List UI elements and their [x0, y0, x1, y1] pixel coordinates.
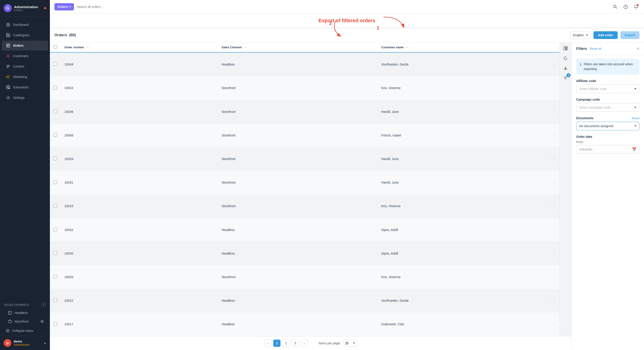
sidebar-item-marketing[interactable]: Marketing [2, 72, 48, 82]
sidebar-item-storefront[interactable]: Storefront [2, 317, 48, 326]
column-chooser-button[interactable] [562, 44, 570, 52]
orders-header: Orders (60) English Add order Export [50, 28, 644, 42]
headless-label: Headless [14, 311, 28, 315]
notifications-button[interactable] [633, 4, 640, 10]
refresh-button[interactable] [562, 54, 570, 62]
per-page-select[interactable]: 25 50 100 [343, 340, 357, 346]
table-filters-container: Order number ⋯ Sales Channel ⋯ Customer … [50, 42, 644, 350]
pagination: ‹ 1 2 3 › Items per page: 25 50 100 [50, 336, 572, 350]
search-button[interactable] [612, 4, 618, 10]
col-actions-header [548, 42, 560, 52]
topbar-icons [612, 4, 640, 10]
row-actions-menu[interactable]: ··· [552, 204, 556, 208]
download-button[interactable] [562, 64, 570, 72]
collapse-label: Collapse menu [12, 329, 33, 332]
customer-name-cell: Hamill, June [378, 171, 548, 194]
collapse-menu[interactable]: Collapse menu [2, 326, 48, 335]
sidebar-item-content[interactable]: Content [2, 62, 48, 72]
help-button[interactable] [622, 4, 629, 10]
sales-channel-cell: Storefront [218, 76, 378, 100]
sidebar-item-settings[interactable]: Settings [2, 93, 48, 103]
reset-all-link[interactable]: Reset all [590, 47, 601, 50]
sales-channel-cell: Storefront [218, 147, 378, 171]
collapse-icon [6, 329, 10, 332]
sales-channel-cell: Storefront [218, 100, 378, 124]
sidebar-item-extensions[interactable]: Extensions [2, 82, 48, 92]
row-actions-menu[interactable]: ··· [552, 322, 556, 326]
row-checkbox[interactable] [54, 180, 57, 184]
row-actions-menu[interactable]: ··· [552, 298, 556, 302]
row-checkbox[interactable] [54, 228, 57, 231]
orders-dropdown-button[interactable]: Orders ▾ [54, 3, 74, 10]
add-sales-channel-button[interactable]: + [41, 302, 46, 307]
row-actions-menu[interactable]: ··· [552, 157, 556, 161]
campaign-code-select[interactable]: Select campaign code... [576, 103, 640, 112]
row-checkbox[interactable] [54, 133, 57, 137]
search-input[interactable] [77, 5, 609, 8]
calendar-icon[interactable]: 📅 [632, 147, 636, 152]
language-selector[interactable]: English [570, 31, 591, 39]
sidebar-item-catalogues[interactable]: Catalogues [2, 30, 48, 40]
row-actions-menu[interactable]: ··· [552, 110, 556, 114]
table-row: 10030 Headless Sipes, Adolf ··· [50, 242, 560, 265]
svg-rect-2 [6, 33, 8, 35]
row-checkbox[interactable] [54, 157, 57, 160]
documents-select[interactable]: No documents assigned [576, 122, 640, 130]
svg-point-24 [626, 8, 626, 8]
table-row: 10022 Headless VonRueden, Gerda ··· [50, 289, 560, 312]
col-menu-sales-channel[interactable]: ⋯ [244, 46, 247, 49]
row-actions-menu[interactable]: ··· [552, 228, 556, 232]
row-actions-menu[interactable]: ··· [552, 62, 556, 66]
row-actions-menu[interactable]: ··· [552, 275, 556, 279]
sidebar-item-dashboard[interactable]: Dashboard [2, 20, 48, 30]
row-checkbox[interactable] [54, 298, 57, 302]
row-checkbox[interactable] [54, 110, 57, 113]
export-banner: 1 Export of filtered orders 2 [50, 14, 644, 28]
export-button[interactable]: Export [620, 31, 640, 39]
row-actions-menu[interactable]: ··· [552, 86, 556, 90]
col-menu-customer-name[interactable]: ⋯ [406, 46, 408, 49]
row-actions-menu[interactable]: ··· [552, 252, 556, 255]
storefront-label: Storefront [14, 320, 28, 323]
page-2-button[interactable]: 2 [282, 340, 290, 347]
svg-point-23 [624, 5, 628, 8]
order-number-cell: 10036 [61, 100, 218, 124]
row-actions-menu[interactable]: ··· [552, 180, 556, 184]
filter-button[interactable]: 1 [562, 74, 570, 82]
page-3-button[interactable]: 3 [292, 340, 299, 347]
order-date-filter: Order date From 📅 [576, 135, 640, 154]
sales-channel-cell: Headless [218, 289, 378, 312]
marketing-icon [6, 74, 10, 79]
next-page-button[interactable]: › [300, 340, 308, 347]
row-checkbox[interactable] [54, 86, 57, 90]
order-number-cell: 10016 [61, 194, 218, 218]
row-checkbox[interactable] [54, 204, 57, 208]
affiliate-code-select[interactable]: Select affiliate code... [576, 84, 640, 93]
sales-channel-cell: Headless [218, 312, 378, 336]
prev-page-button[interactable]: ‹ [264, 340, 272, 347]
row-actions-menu[interactable]: ··· [552, 133, 556, 137]
add-order-button[interactable]: Add order [594, 31, 618, 39]
row-checkbox[interactable] [54, 251, 57, 255]
select-all-checkbox[interactable] [54, 45, 57, 49]
sidebar-item-orders[interactable]: Orders [2, 40, 48, 50]
customer-name-cell: Sipes, Adolf [378, 218, 548, 242]
table-row: 10034 Storefront Hamill, June ··· [50, 147, 560, 171]
row-checkbox[interactable] [54, 275, 57, 278]
arrow-1-icon [381, 16, 408, 30]
row-checkbox[interactable] [54, 322, 57, 326]
sidebar-item-headless[interactable]: Headless [2, 309, 48, 317]
app-title: Administration [14, 5, 38, 9]
sidebar-item-customers[interactable]: Customers [2, 51, 48, 61]
sidebar-nav: Dashboard Catalogues Orders Customers Co… [0, 16, 50, 300]
svg-rect-13 [8, 86, 10, 87]
page-1-button[interactable]: 1 [273, 340, 280, 347]
sidebar-item-label: Content [13, 64, 24, 68]
close-filters-button[interactable]: × [637, 46, 640, 51]
from-date-input[interactable] [579, 148, 632, 151]
col-menu-order-number[interactable]: ⋯ [86, 46, 89, 49]
svg-rect-11 [6, 76, 7, 78]
row-checkbox[interactable] [54, 62, 57, 66]
user-menu-chevron[interactable]: ▲ [44, 342, 46, 344]
documents-reset-link[interactable]: Reset [632, 116, 640, 120]
